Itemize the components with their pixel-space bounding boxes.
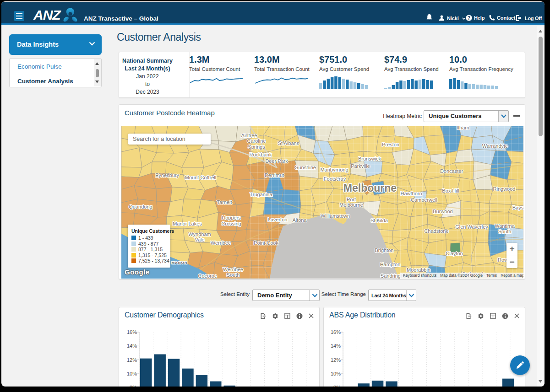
svg-text:Wyndham: Wyndham <box>188 231 211 237</box>
svg-text:Laverton: Laverton <box>268 217 288 222</box>
svg-text:Sunshine: Sunshine <box>295 165 316 170</box>
svg-text:14%: 14% <box>127 343 137 349</box>
svg-text:Crossing: Crossing <box>221 221 241 226</box>
svg-text:Truganina: Truganina <box>250 192 272 197</box>
svg-text:South: South <box>498 229 512 234</box>
svg-text:Altona: Altona <box>292 217 307 223</box>
svg-text:Springs: Springs <box>248 144 265 150</box>
svg-text:Rockbank: Rockbank <box>250 152 272 157</box>
svg-text:Hawthorn: Hawthorn <box>400 191 422 196</box>
svg-text:Clayton: Clayton <box>446 251 463 256</box>
svg-text:Tarneit: Tarneit <box>217 199 232 205</box>
svg-text:Deer Park: Deer Park <box>265 158 288 164</box>
svg-text:Footscray: Footscray <box>324 176 346 182</box>
svg-text:10%: 10% <box>127 371 137 376</box>
svg-text:Aintree: Aintree <box>241 133 257 138</box>
svg-text:Eynesbury: Eynesbury <box>155 172 179 178</box>
svg-text:Werribee: Werribee <box>223 267 243 272</box>
svg-text:Mount Cottrell: Mount Cottrell <box>185 175 216 180</box>
svg-text:10%: 10% <box>331 371 341 376</box>
svg-text:St Kilda: St Kilda <box>370 218 388 223</box>
svg-text:Manor Lakes: Manor Lakes <box>173 221 202 226</box>
svg-text:Preston: Preston <box>382 142 399 147</box>
svg-text:MANOR: MANOR <box>171 261 187 265</box>
svg-text:Wantirna: Wantirna <box>495 223 515 229</box>
svg-text:Brunswick: Brunswick <box>358 156 381 161</box>
svg-text:ltham: ltham <box>457 126 469 130</box>
svg-text:14%: 14% <box>331 343 341 349</box>
svg-text:Chadstone: Chadstone <box>424 228 448 234</box>
svg-text:Camberwell: Camberwell <box>411 197 437 203</box>
svg-text:Warrandyte: Warrandyte <box>482 143 508 149</box>
svg-text:South: South <box>227 272 240 278</box>
svg-text:8%: 8% <box>333 385 341 387</box>
svg-text:Caroline: Caroline <box>247 138 266 144</box>
svg-text:Moorabbin: Moorabbin <box>407 267 430 273</box>
svg-text:St Albans: St Albans <box>278 140 300 146</box>
svg-text:Burwood: Burwood <box>433 209 452 214</box>
svg-text:Parkville: Parkville <box>351 163 370 169</box>
svg-text:Williamstown: Williamstown <box>321 213 350 219</box>
svg-text:8%: 8% <box>130 385 137 387</box>
svg-text:12%: 12% <box>127 357 137 363</box>
svg-text:Box Hill: Box Hill <box>442 188 459 193</box>
svg-text:Point Cook: Point Cook <box>254 240 278 246</box>
svg-text:Vale: Vale <box>195 237 204 242</box>
svg-text:Quandong: Quandong <box>129 204 152 209</box>
svg-text:Melbourne: Melbourne <box>339 202 363 208</box>
svg-text:Hampton: Hampton <box>380 262 401 267</box>
svg-text:Port: Port <box>347 197 356 202</box>
svg-text:Ringwood: Ringwood <box>493 186 516 192</box>
svg-text:Maribyrnong: Maribyrnong <box>320 167 348 172</box>
svg-text:Cocoroc: Cocoroc <box>198 273 217 279</box>
svg-text:?: ? <box>468 15 470 21</box>
svg-text:12%: 12% <box>331 357 341 363</box>
svg-text:Bays: Bays <box>512 205 523 210</box>
svg-text:Hoppers: Hoppers <box>222 215 241 220</box>
svg-text:16%: 16% <box>331 329 341 335</box>
svg-text:Melbourne: Melbourne <box>343 182 397 194</box>
svg-text:Brighton: Brighton <box>375 247 394 253</box>
svg-text:Glen Waverley: Glen Waverley <box>455 224 488 230</box>
svg-text:Derrimut: Derrimut <box>265 172 284 178</box>
svg-text:Werribee: Werribee <box>211 240 231 246</box>
svg-text:Doncaster: Doncaster <box>440 168 463 174</box>
svg-text:16%: 16% <box>127 329 137 335</box>
